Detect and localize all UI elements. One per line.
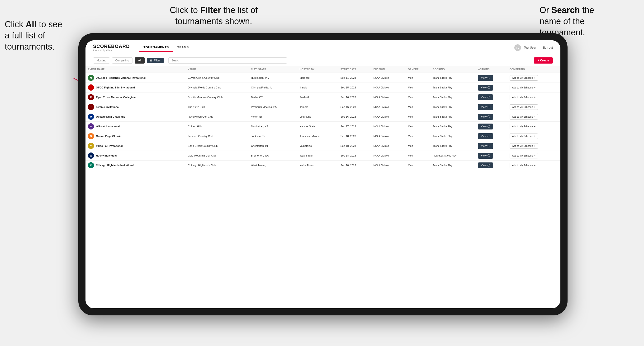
cell-actions-7: View ⓘ: [476, 141, 507, 151]
cell-date-8: Sep 18, 2023: [338, 151, 371, 161]
cell-gender-1: Men: [406, 83, 430, 92]
search-input[interactable]: [168, 57, 287, 64]
cell-division-4: NCAA Division I: [371, 112, 406, 122]
info-icon-5: ⓘ: [488, 125, 490, 128]
tab-all[interactable]: All: [135, 57, 145, 64]
table-container[interactable]: EVENT NAME VENUE CITY, STATE HOSTED BY S…: [86, 66, 560, 308]
info-icon-8: ⓘ: [488, 154, 490, 158]
cell-venue-0: Guyan Golf & Country Club: [186, 73, 248, 83]
table-row: V Valpo Fall Invitational Sand Creek Cou…: [86, 141, 560, 151]
tab-teams[interactable]: TEAMS: [173, 44, 193, 52]
cell-date-9: Sep 18, 2023: [338, 161, 371, 170]
cell-city-9: Westchester, IL: [248, 161, 297, 170]
cell-hosted-5: Kansas State: [297, 122, 338, 131]
view-button-8[interactable]: View ⓘ: [478, 153, 493, 159]
view-button-6[interactable]: View ⓘ: [478, 133, 493, 139]
view-button-7[interactable]: View ⓘ: [478, 143, 493, 149]
team-logo-0: M: [88, 75, 94, 81]
filter-label: Filter: [154, 59, 160, 62]
cell-hosted-7: Valparaiso: [297, 141, 338, 151]
annotation-all: Click All to seea full list oftournament…: [5, 19, 71, 52]
view-button-5[interactable]: View ⓘ: [478, 124, 493, 130]
col-hosted-by: HOSTED BY: [297, 66, 338, 73]
event-name-6: Grover Page Classic: [96, 135, 121, 138]
info-icon-1: ⓘ: [488, 86, 490, 89]
cell-division-0: NCAA Division I: [371, 73, 406, 83]
cell-hosted-4: Le Moyne: [297, 112, 338, 122]
tab-hosting[interactable]: Hosting: [93, 57, 110, 64]
cell-competing-4: Add to My Schedule +: [507, 112, 560, 122]
tablet-frame: SCOREBOARD Powered by clippd TOURNAMENTS…: [78, 33, 568, 315]
cell-date-7: Sep 18, 2023: [338, 141, 371, 151]
table-row: G Grover Page Classic Jackson Country Cl…: [86, 131, 560, 141]
table-row: M 2023 Joe Feaganes Marshall Invitationa…: [86, 73, 560, 83]
cell-competing-2: Add to My Schedule +: [507, 92, 560, 102]
cell-gender-8: Men: [406, 151, 430, 161]
create-button[interactable]: + Create: [534, 57, 553, 64]
team-logo-8: W: [88, 153, 94, 159]
add-schedule-button-6[interactable]: Add to My Schedule +: [510, 134, 538, 139]
cell-scoring-7: Team, Stroke Play: [430, 141, 476, 151]
add-schedule-button-1[interactable]: Add to My Schedule +: [510, 85, 538, 90]
cell-date-2: Sep 16, 2023: [338, 92, 371, 102]
cell-scoring-9: Team, Stroke Play: [430, 161, 476, 170]
tab-tournaments[interactable]: TOURNAMENTS: [139, 44, 173, 52]
logo-area: SCOREBOARD Powered by clippd: [93, 44, 130, 51]
event-name-5: Wildcat Invitational: [96, 125, 120, 128]
add-schedule-button-8[interactable]: Add to My Schedule +: [510, 153, 538, 159]
cell-competing-5: Add to My Schedule +: [507, 122, 560, 131]
view-button-1[interactable]: View ⓘ: [478, 85, 493, 91]
cell-event-0: M 2023 Joe Feaganes Marshall Invitationa…: [86, 73, 186, 83]
view-button-2[interactable]: View ⓘ: [478, 94, 493, 100]
info-icon-3: ⓘ: [488, 105, 490, 109]
table-row: U Upstate Dual Challenge Ravenwood Golf …: [86, 112, 560, 122]
cell-division-8: NCAA Division I: [371, 151, 406, 161]
add-schedule-button-5[interactable]: Add to My Schedule +: [510, 124, 538, 129]
table-row: F Ryan T. Lee Memorial Collegiate Shuttl…: [86, 92, 560, 102]
table-row: T Temple Invitational The 1912 Club Plym…: [86, 102, 560, 112]
view-button-4[interactable]: View ⓘ: [478, 114, 493, 120]
avatar: TU: [514, 44, 521, 51]
table-row: W Wildcat Invitational Colbert Hills Man…: [86, 122, 560, 131]
cell-actions-5: View ⓘ: [476, 122, 507, 131]
add-schedule-button-4[interactable]: Add to My Schedule +: [510, 114, 538, 120]
view-button-0[interactable]: View ⓘ: [478, 75, 493, 81]
filter-button[interactable]: ⊟ Filter: [147, 58, 164, 63]
add-schedule-button-7[interactable]: Add to My Schedule +: [510, 143, 538, 149]
signout-link[interactable]: Sign out: [542, 46, 553, 49]
cell-city-0: Huntington, WV: [248, 73, 297, 83]
add-schedule-button-3[interactable]: Add to My Schedule +: [510, 104, 538, 110]
tab-competing[interactable]: Competing: [112, 57, 133, 64]
view-button-3[interactable]: View ⓘ: [478, 104, 493, 110]
add-schedule-button-2[interactable]: Add to My Schedule +: [510, 95, 538, 100]
view-button-9[interactable]: View ⓘ: [478, 163, 493, 168]
col-gender: GENDER: [406, 66, 430, 73]
cell-scoring-4: Team, Stroke Play: [430, 112, 476, 122]
app-header: SCOREBOARD Powered by clippd TOURNAMENTS…: [86, 40, 560, 55]
cell-venue-8: Gold Mountain Golf Club: [186, 151, 248, 161]
col-start-date: START DATE: [338, 66, 371, 73]
col-scoring: SCORING: [430, 66, 476, 73]
table-row: W Husky Individual Gold Mountain Golf Cl…: [86, 151, 560, 161]
event-name-8: Husky Individual: [96, 154, 116, 157]
add-schedule-button-0[interactable]: Add to My Schedule +: [510, 75, 538, 81]
cell-hosted-9: Wake Forest: [297, 161, 338, 170]
cell-hosted-2: Fairfield: [297, 92, 338, 102]
team-logo-3: T: [88, 104, 94, 110]
cell-division-5: NCAA Division I: [371, 122, 406, 131]
cell-gender-7: Men: [406, 141, 430, 151]
team-logo-6: G: [88, 133, 94, 139]
cell-city-8: Bremerton, WA: [248, 151, 297, 161]
cell-actions-6: View ⓘ: [476, 131, 507, 141]
cell-competing-6: Add to My Schedule +: [507, 131, 560, 141]
col-actions: ACTIONS: [476, 66, 507, 73]
cell-venue-7: Sand Creek Country Club: [186, 141, 248, 151]
cell-scoring-1: Team, Stroke Play: [430, 83, 476, 92]
filter-bar: Hosting Competing All ⊟ Filter + Create: [86, 55, 560, 66]
info-icon-4: ⓘ: [488, 115, 490, 119]
cell-scoring-8: Individual, Stroke Play: [430, 151, 476, 161]
cell-scoring-5: Team, Stroke Play: [430, 122, 476, 131]
info-icon-6: ⓘ: [488, 135, 490, 138]
table-row: C Chicago Highlands Invitational Chicago…: [86, 161, 560, 170]
add-schedule-button-9[interactable]: Add to My Schedule +: [510, 163, 538, 168]
